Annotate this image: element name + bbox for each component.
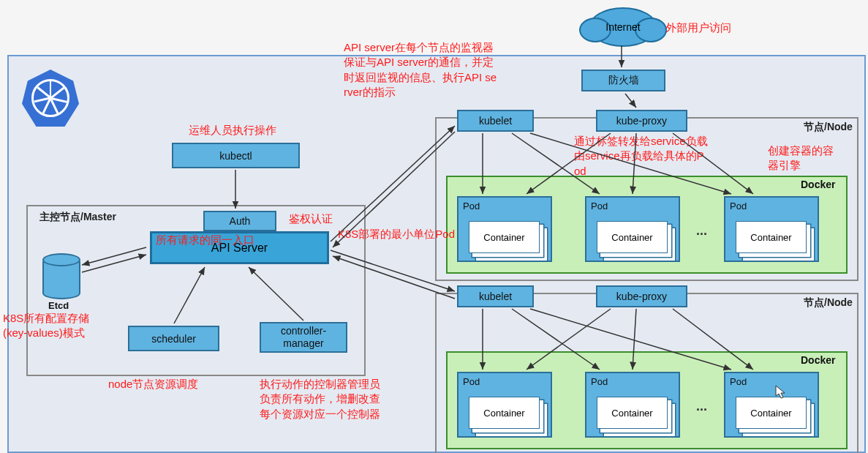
annotation-external: 外部用户访问 — [665, 20, 731, 35]
auth-label: Auth — [230, 215, 251, 227]
container-stack-1b: Container — [597, 221, 668, 253]
kube-proxy-box-2: kube-proxy — [596, 285, 687, 307]
scheduler-box: scheduler — [128, 326, 219, 351]
controller-manager-label: controller- manager — [281, 325, 326, 350]
annotation-controller: 执行动作的控制器管理员 负责所有动作，增删改查 每个资源对应一个控制器 — [260, 377, 380, 422]
controller-manager-box: controller- manager — [260, 322, 347, 353]
docker-title-1: Docker — [801, 179, 835, 190]
container-stack-2c: Container — [736, 397, 807, 429]
pod-label-2b: Pod — [591, 376, 608, 387]
annotation-ops: 运维人员执行操作 — [189, 123, 276, 138]
pod-label-1c: Pod — [730, 201, 747, 211]
dots-1: ... — [696, 223, 707, 239]
annotation-api: 所有请求的同一入口 — [156, 233, 254, 247]
container-stack-1c: Container — [736, 221, 807, 253]
kube-proxy-label-1: kube-proxy — [616, 115, 667, 127]
dots-2: ... — [696, 399, 707, 414]
container-stack-2a: Container — [469, 397, 540, 429]
annotation-kubelet: API server在每个节点的监视器 保证与API server的通信，并定 … — [344, 40, 497, 100]
pod-label-1b: Pod — [591, 201, 608, 211]
annotation-auth: 鉴权认证 — [289, 211, 333, 226]
kubernetes-logo-icon — [22, 70, 80, 128]
firewall-box: 防火墙 — [581, 70, 665, 91]
auth-box: Auth — [203, 211, 276, 231]
diagram-canvas: Internet 防火墙 kubectl 主控节点/Master Auth AP… — [0, 0, 868, 453]
master-title: 主控节点/Master — [37, 211, 119, 224]
pod-label-2c: Pod — [730, 376, 747, 387]
pod-box-2a: Pod Container — [457, 372, 552, 438]
kubelet-label-2: kubelet — [479, 291, 512, 302]
kubelet-box-1: kubelet — [457, 110, 534, 132]
pod-box-1c: Pod Container — [724, 196, 819, 262]
kube-proxy-box-1: kube-proxy — [596, 110, 687, 132]
annotation-pod: K8S部署的最小单位Pod — [338, 227, 455, 242]
etcd-label: Etcd — [48, 300, 69, 311]
kubectl-label: kubectl — [219, 150, 252, 162]
node-title-2: 节点/Node — [801, 296, 856, 310]
kube-proxy-label-2: kube-proxy — [616, 291, 667, 302]
pod-label-1a: Pod — [463, 201, 480, 211]
internet-label: Internet — [605, 21, 640, 33]
pod-box-1a: Pod Container — [457, 196, 552, 262]
container-stack-1a: Container — [469, 221, 540, 253]
scheduler-label: scheduler — [151, 333, 196, 345]
container-stack-2b: Container — [597, 397, 668, 429]
firewall-label: 防火墙 — [608, 74, 639, 87]
annotation-docker: 创建容器的容 器引擎 — [768, 143, 834, 173]
internet-cloud-icon: Internet — [589, 7, 657, 47]
pod-box-2b: Pod Container — [585, 372, 680, 438]
annotation-etcd: K8S所有配置存储 (key-values)模式 — [3, 311, 89, 341]
kubelet-box-2: kubelet — [457, 285, 534, 307]
docker-title-2: Docker — [801, 354, 835, 366]
annotation-scheduler: node节点资源调度 — [108, 377, 198, 392]
pod-label-2a: Pod — [463, 376, 480, 387]
node-title-1: 节点/Node — [801, 121, 856, 134]
etcd-cylinder-icon — [42, 256, 80, 299]
pod-box-2c: Pod Container — [724, 372, 819, 438]
kubelet-label-1: kubelet — [479, 115, 512, 127]
pod-box-1b: Pod Container — [585, 196, 680, 262]
annotation-proxy: 通过标签转发给service负载 由service再负载给具体的P od — [574, 134, 708, 179]
kubectl-box: kubectl — [172, 143, 300, 168]
